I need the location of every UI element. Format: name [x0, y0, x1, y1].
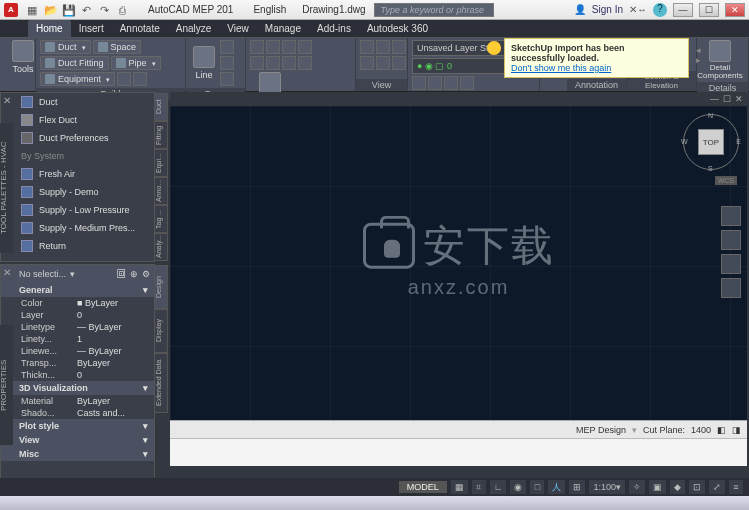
detail-components-button[interactable]: Detail Components — [701, 40, 739, 80]
draw-min-icon[interactable]: — — [710, 94, 719, 104]
draw-close-icon[interactable]: ✕ — [735, 94, 743, 104]
modify-tool[interactable] — [282, 40, 296, 54]
props-group-plot-style[interactable]: Plot style▾ — [1, 419, 154, 433]
draw-tool-1[interactable] — [220, 40, 234, 54]
props-row[interactable]: Shado...Casts and... — [1, 407, 154, 419]
props-title-bar[interactable]: PROPERTIES — [0, 325, 13, 445]
palette-tab-fitting[interactable]: Fitting — [154, 121, 168, 149]
quick-select-icon[interactable]: 🞖 — [117, 269, 126, 279]
props-tab-display[interactable]: Display — [154, 309, 168, 353]
pipe-button[interactable]: Pipe — [111, 56, 161, 70]
viewcube-face[interactable]: TOP — [698, 129, 724, 155]
status-grid-icon[interactable]: ▦ — [451, 480, 468, 494]
qat-redo-icon[interactable]: ↷ — [98, 4, 110, 16]
modify-tool[interactable] — [298, 56, 312, 70]
palette-item-duct[interactable]: Duct — [1, 93, 154, 111]
props-tab-extended[interactable]: Extended Data — [154, 353, 168, 413]
status-osnap-icon[interactable]: □ — [530, 480, 544, 494]
layer-tool[interactable] — [412, 76, 426, 90]
props-row[interactable]: Layer0 — [1, 309, 154, 321]
palette-close-icon[interactable]: ✕ — [3, 95, 11, 106]
minimize-button[interactable]: — — [673, 3, 693, 17]
selection-combo[interactable]: No selecti...▾ 🞖 ⊕ ⚙ — [1, 265, 154, 283]
qat-undo-icon[interactable]: ↶ — [80, 4, 92, 16]
build-extra-2[interactable] — [133, 72, 147, 86]
view-tool[interactable] — [392, 56, 406, 70]
palette-tab-tag[interactable]: Tag ... — [154, 205, 168, 233]
palette-tab-analy[interactable]: Analy... — [154, 233, 168, 261]
view-tool[interactable] — [376, 56, 390, 70]
modify-tool[interactable] — [298, 40, 312, 54]
palette-item-duct-prefs[interactable]: Duct Preferences — [1, 129, 154, 147]
view-tool[interactable] — [360, 56, 374, 70]
tab-manage[interactable]: Manage — [257, 20, 309, 37]
app-logo[interactable]: A — [4, 3, 18, 17]
palette-item-flex-duct[interactable]: Flex Duct — [1, 111, 154, 129]
maximize-button[interactable]: ☐ — [699, 3, 719, 17]
props-row[interactable]: Color■ ByLayer — [1, 297, 154, 309]
view-tool[interactable] — [376, 40, 390, 54]
qat-save-icon[interactable]: 💾 — [62, 4, 74, 16]
palette-title-bar[interactable]: TOOL PALETTES - HVAC — [0, 123, 13, 253]
config-tool-icon[interactable]: ◨ — [732, 425, 741, 435]
tab-addins[interactable]: Add-ins — [309, 20, 359, 37]
qat-new-icon[interactable]: ▦ — [26, 4, 38, 16]
layer-tool[interactable] — [444, 76, 458, 90]
cut-plane-value[interactable]: 1400 — [691, 425, 711, 435]
status-tool-icon[interactable]: ⊡ — [689, 480, 705, 494]
status-tool-icon[interactable]: ⤢ — [709, 480, 725, 494]
command-line[interactable] — [170, 438, 747, 466]
config-tool-icon[interactable]: ◧ — [717, 425, 726, 435]
notif-nav[interactable]: ◂▸ — [696, 45, 706, 65]
build-extra-1[interactable] — [117, 72, 131, 86]
palette-item-supply-med[interactable]: Supply - Medium Pres... — [1, 219, 154, 237]
search-input[interactable]: Type a keyword or phrase — [374, 3, 494, 17]
exchange-icon[interactable]: ✕↔ — [629, 4, 647, 15]
nav-pan-icon[interactable] — [721, 230, 741, 250]
status-anno-icon[interactable]: ▣ — [649, 480, 666, 494]
pick-add-icon[interactable]: ⊕ — [130, 269, 138, 279]
modify-tool[interactable] — [282, 56, 296, 70]
props-tab-design[interactable]: Design — [154, 265, 168, 309]
props-group-3d-visualization[interactable]: 3D Visualization▾ — [1, 381, 154, 395]
status-scale[interactable]: 1:100 ▾ — [589, 480, 625, 494]
view-tool[interactable] — [392, 40, 406, 54]
qat-print-icon[interactable]: ⎙ — [116, 4, 128, 16]
nav-zoom-icon[interactable] — [721, 254, 741, 274]
notif-dismiss-link[interactable]: Don't show me this again — [511, 63, 611, 73]
drawing-canvas[interactable]: TOP N E S W WCS 安下载 anxz.com — [170, 106, 747, 420]
modify-tool[interactable] — [250, 56, 264, 70]
layer-tool[interactable] — [428, 76, 442, 90]
props-group-misc[interactable]: Misc▾ — [1, 447, 154, 461]
draw-tool-2[interactable] — [220, 56, 234, 70]
close-button[interactable]: ✕ — [725, 3, 745, 17]
panel-view-title[interactable]: View — [356, 79, 407, 91]
props-row[interactable]: Linety...1 — [1, 333, 154, 345]
model-tab[interactable]: MODEL — [399, 481, 447, 493]
qat-open-icon[interactable]: 📂 — [44, 4, 56, 16]
palette-item-supply-low[interactable]: Supply - Low Pressure — [1, 201, 154, 219]
duct-fitting-button[interactable]: Duct Fitting — [40, 56, 109, 70]
tab-insert[interactable]: Insert — [71, 20, 112, 37]
sign-in-link[interactable]: Sign In — [592, 4, 623, 15]
compass-e[interactable]: E — [736, 138, 741, 145]
panel-annotation-title[interactable]: Annotation — [567, 79, 626, 91]
user-icon[interactable]: 👤 — [574, 4, 586, 15]
tab-autodesk360[interactable]: Autodesk 360 — [359, 20, 436, 37]
draw-tool-3[interactable] — [220, 72, 234, 86]
space-button[interactable]: Space — [93, 40, 142, 54]
draw-max-icon[interactable]: ☐ — [723, 94, 731, 104]
display-config-combo[interactable]: MEP Design — [576, 425, 626, 435]
filter-icon[interactable]: ⚙ — [142, 269, 150, 279]
wcs-label[interactable]: WCS — [715, 176, 737, 185]
status-ortho-icon[interactable]: ∟ — [490, 480, 507, 494]
status-gear-icon[interactable]: ✧ — [629, 480, 645, 494]
view-tool[interactable] — [360, 40, 374, 54]
props-group-general[interactable]: General▾ — [1, 283, 154, 297]
help-icon[interactable]: ? — [653, 3, 667, 17]
tab-annotate[interactable]: Annotate — [112, 20, 168, 37]
modify-tool[interactable] — [250, 40, 264, 54]
props-group-view[interactable]: View▾ — [1, 433, 154, 447]
nav-orbit-icon[interactable] — [721, 278, 741, 298]
duct-button[interactable]: Duct — [40, 40, 91, 54]
